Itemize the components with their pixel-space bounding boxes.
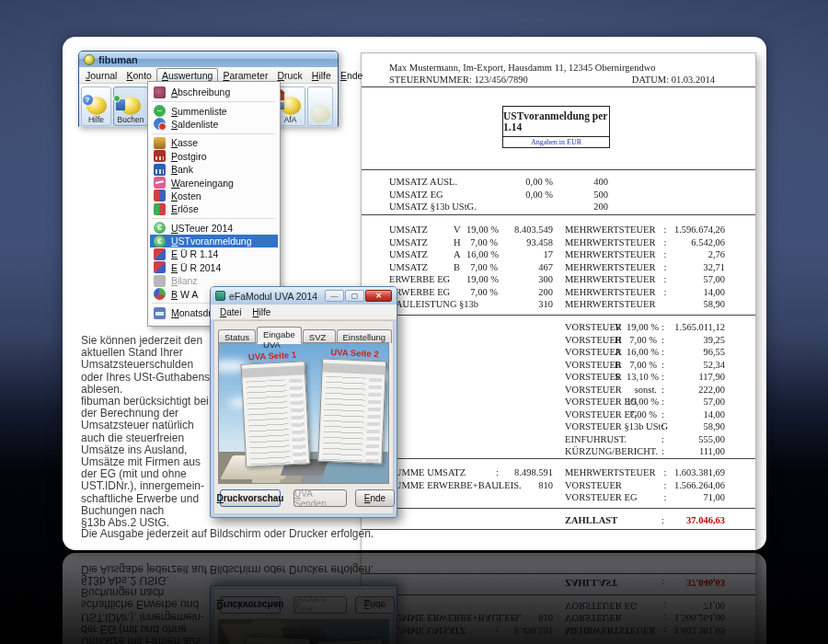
dialog-titlebar[interactable]: eFaModul UVA 2014 — ▢ ✕ xyxy=(211,287,397,305)
zahllast-value: 37.046,63 xyxy=(669,514,725,527)
menu-item-bank[interactable]: Bank xyxy=(150,163,278,176)
kasse-icon xyxy=(154,137,166,149)
report-row: UMSATZ AUSL. 0,00 % 400 xyxy=(389,176,726,189)
menu-item-kosten[interactable]: Kosten xyxy=(150,190,278,202)
euer-icon xyxy=(154,248,166,260)
dialog-body: Status Eingabe UVA SVZ und DFV Einstellu… xyxy=(213,320,394,514)
menu-journal[interactable]: Journal xyxy=(81,69,121,82)
report-row: UMSATZ EG 0,00 % 500 xyxy=(389,189,726,201)
dialog-title-text: eFaModul UVA 2014 xyxy=(229,291,321,302)
saldenliste-icon xyxy=(154,118,166,130)
menu-item-euer-2014[interactable]: E Ü R 2014 xyxy=(150,261,278,274)
toolbar-hilfe-button[interactable]: ? Hilfe xyxy=(81,86,111,126)
bwa-icon xyxy=(154,288,166,300)
menu-item-postgiro[interactable]: Postgiro xyxy=(150,150,278,163)
report-rule xyxy=(362,169,755,170)
bottom-caption: Die Ausgabe jederzeit auf Bildschirm ode… xyxy=(81,527,431,540)
report-row: UMSATZ §13b UStG. 200 xyxy=(389,201,726,213)
toolbar-buchen-button[interactable]: Buchen xyxy=(113,86,148,126)
report-rule xyxy=(362,86,755,87)
fibuman-titlebar[interactable]: fibuman xyxy=(79,52,338,67)
bank-icon xyxy=(154,164,166,176)
uva-page1-caption: UVA Seite 1 xyxy=(240,349,305,362)
scene-background: Max Mustermann, Im-Export, Hausdamm 11, … xyxy=(0,0,828,644)
tab-status[interactable]: Status xyxy=(218,329,256,343)
kosten-icon xyxy=(154,190,166,201)
report-row: ERWERBE EG19,00 %300MEHRWERTSTEUER:57,00 xyxy=(389,273,726,286)
report-tax-number: STEUERNUMMER: 123/456/7890 xyxy=(389,75,528,85)
druckvorschau-button[interactable]: Druckvorschau xyxy=(220,489,281,507)
report-subtitle-box: Angaben in EUR xyxy=(502,137,610,148)
report-row: ERWERBE EG7,00 %200MEHRWERTSTEUER:14,00 xyxy=(389,286,726,299)
report-row: UMSATZV19,00 %8.403.549MEHRWERTSTEUER:1.… xyxy=(389,224,726,236)
content-card: Max Mustermann, Im-Export, Hausdamm 11, … xyxy=(63,37,766,550)
report-rule xyxy=(362,458,755,459)
fibuman-title-text: fibuman xyxy=(98,54,138,65)
usteuer-icon xyxy=(154,222,166,234)
uva-tab-page: UVA Seite 1 UVA Seite 2 xyxy=(218,342,389,484)
zahllast-label: ZAHLLAST xyxy=(565,514,657,527)
minimize-button[interactable]: — xyxy=(325,290,344,302)
uva-page2-thumbnail[interactable]: UVA Seite 2 xyxy=(317,347,386,465)
report-row: BAULEISTUNG §13b310MEHRWERTSTEUER58,90 xyxy=(389,298,726,311)
abschreibung-icon xyxy=(154,86,166,98)
monatsdruck-icon xyxy=(154,307,166,319)
menu-separator xyxy=(152,133,276,134)
menu-separator xyxy=(152,218,276,219)
dialog-menubar: Datei Hilfe xyxy=(211,305,397,320)
buchen-icon xyxy=(121,97,141,115)
menu-item-ustvoranmeldung[interactable]: USTvoranmeldung xyxy=(150,235,278,247)
afa-icon xyxy=(281,97,301,115)
menu-druck[interactable]: Druck xyxy=(272,69,306,82)
tab-einstellung[interactable]: Einstellung xyxy=(337,329,392,343)
dialog-tabs: Status Eingabe UVA SVZ und DFV Einstellu… xyxy=(218,327,393,343)
menu-item-saldenliste[interactable]: Saldenliste xyxy=(150,118,278,131)
report-row: UMSATZA16,00 %17MEHRWERTSTEUER:2,76 xyxy=(389,248,726,261)
wareneingang-icon xyxy=(154,177,166,189)
report-rule xyxy=(362,315,755,316)
uva-page2-preview xyxy=(317,359,386,465)
menu-item-erloese[interactable]: Erlöse xyxy=(150,202,278,215)
report-section-summary: SUMME UMSATZ:8.498.591MEHRWERTSTEUER:1.6… xyxy=(389,466,726,504)
close-button[interactable]: ✕ xyxy=(365,290,392,302)
dialog-button-row: Druckvorschau UVA Senden Ende xyxy=(214,489,393,508)
ust-report-page: Max Mustermann, Im-Export, Hausdamm 11, … xyxy=(361,52,756,550)
ustvoranmeldung-icon xyxy=(154,236,166,247)
summenliste-icon xyxy=(154,105,166,117)
bilanz-icon xyxy=(154,275,166,287)
menu-item-euer-114[interactable]: E Ü R 1.14 xyxy=(150,247,278,260)
uva-page2-caption: UVA Seite 2 xyxy=(322,347,386,360)
report-date: DATUM: 01.03.2014 xyxy=(632,75,715,85)
report-row: UMSATZH7,00 %93.458MEHRWERTSTEUER:6.542,… xyxy=(389,236,726,249)
ende-button[interactable]: Ende xyxy=(355,489,395,507)
menu-item-wareneingang[interactable]: Wareneingang xyxy=(150,176,278,189)
hilfe-icon: ? xyxy=(86,97,107,115)
menu-hilfe[interactable]: Hilfe xyxy=(307,69,336,82)
maximize-button[interactable]: ▢ xyxy=(345,290,364,302)
menu-item-summenliste[interactable]: Summenliste xyxy=(150,104,278,117)
uva-senden-button: UVA Senden xyxy=(293,489,347,507)
dialog-menu-datei[interactable]: Datei xyxy=(214,307,247,317)
report-section-umsatz-frei: UMSATZ AUSL. 0,00 % 400 UMSATZ EG 0,00 %… xyxy=(389,176,726,213)
menu-item-kasse[interactable]: Kasse xyxy=(150,136,278,149)
menu-parameter[interactable]: Parameter xyxy=(218,69,272,82)
report-rule xyxy=(362,508,755,509)
erloese-icon xyxy=(154,203,166,215)
menu-item-usteuer-2014[interactable]: USTeuer 2014 xyxy=(150,222,278,235)
dialog-app-icon xyxy=(215,291,225,301)
report-title-box: USTvoranmeldung per 1.14 xyxy=(502,106,610,137)
menu-item-abschreibung[interactable]: Abschreibung xyxy=(150,86,278,98)
tab-svz-und-dfv[interactable]: SVZ und DFV xyxy=(303,329,336,343)
dialog-menu-hilfe[interactable]: Hilfe xyxy=(247,307,276,317)
tab-eingabe-uva[interactable]: Eingabe UVA xyxy=(257,327,302,343)
toolbar-cutoff-button[interactable] xyxy=(307,86,333,126)
report-section-umsatz: UMSATZV19,00 %8.403.549MEHRWERTSTEUER:1.… xyxy=(389,224,726,311)
euer-icon xyxy=(154,261,166,273)
report-zahllast-row: ZAHLLAST:37.046,63 xyxy=(389,514,726,527)
menu-ende[interactable]: Ende xyxy=(336,69,368,82)
report-sender-line: Max Mustermann, Im-Export, Hausdamm 11, … xyxy=(389,63,656,73)
menu-konto[interactable]: Konto xyxy=(121,69,155,82)
fibuman-app-icon xyxy=(84,54,95,65)
uva-page1-preview xyxy=(240,361,310,467)
uva-page1-thumbnail[interactable]: UVA Seite 1 xyxy=(240,349,310,466)
